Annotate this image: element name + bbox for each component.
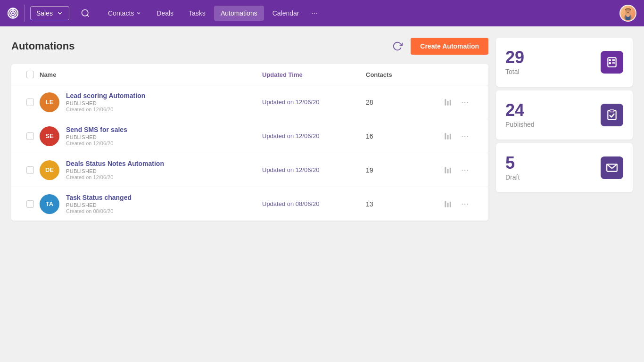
page-title: Automations [11, 40, 74, 52]
svg-point-31 [467, 169, 468, 170]
svg-point-24 [464, 135, 465, 136]
svg-rect-20 [445, 133, 446, 140]
envelope-icon [601, 156, 623, 179]
refresh-button[interactable] [390, 39, 405, 54]
svg-rect-26 [445, 167, 446, 173]
stat-number-total: 29 [505, 49, 524, 66]
stat-info-total: 29 Total [505, 49, 524, 75]
select-all-checkbox[interactable] [26, 71, 34, 78]
svg-point-0 [12, 12, 15, 15]
row-checkbox[interactable] [26, 99, 34, 106]
stat-label-draft: Draft [505, 173, 520, 181]
automation-name[interactable]: Task Status changed [66, 194, 132, 201]
table-row: TA Task Status changed PUBLISHED Created… [11, 187, 488, 221]
automation-avatar: LE [40, 92, 59, 112]
column-header-contacts: Contacts [366, 71, 441, 78]
automation-created: Created on 12/06/20 [66, 140, 127, 146]
svg-rect-46 [610, 110, 614, 112]
nav-tasks[interactable]: Tasks [182, 6, 212, 21]
row-name-cell: SE Send SMS for sales PUBLISHED Created … [40, 126, 262, 146]
row-actions [441, 197, 479, 211]
nav-automations[interactable]: Automations [214, 6, 264, 21]
more-options-icon[interactable] [458, 130, 471, 143]
table-row: SE Send SMS for sales PUBLISHED Created … [11, 119, 488, 153]
row-actions [441, 164, 479, 177]
automation-status: PUBLISHED [66, 134, 127, 140]
row-contacts-count: 13 [366, 200, 441, 208]
automation-info: Task Status changed PUBLISHED Created on… [66, 194, 132, 214]
svg-point-12 [627, 10, 627, 11]
svg-rect-16 [450, 99, 451, 105]
svg-rect-11 [626, 14, 630, 17]
automation-name[interactable]: Send SMS for sales [66, 126, 127, 133]
header-actions: Create Automation [390, 38, 488, 55]
more-options-icon[interactable] [458, 96, 471, 109]
check-clipboard-icon [601, 104, 623, 126]
automation-created: Created on 08/06/20 [66, 208, 132, 214]
svg-point-19 [467, 101, 468, 102]
svg-point-18 [464, 101, 465, 102]
svg-point-35 [462, 203, 463, 204]
more-options-icon[interactable] [458, 164, 471, 177]
automation-status: PUBLISHED [66, 168, 164, 174]
automation-created: Created on 12/06/20 [66, 107, 145, 112]
automations-table: Name Updated Time Contacts LE Lead scori… [11, 64, 488, 221]
stat-info-published: 24 Published [505, 102, 535, 128]
stat-card-total: 29 Total [496, 38, 633, 87]
automation-info: Send SMS for sales PUBLISHED Created on … [66, 126, 127, 146]
automation-info: Lead scoring Automation PUBLISHED Create… [66, 92, 145, 112]
automation-name[interactable]: Lead scoring Automation [66, 92, 145, 99]
stats-icon[interactable] [441, 96, 454, 109]
nav-more[interactable]: ··· [308, 5, 322, 21]
column-header-updated[interactable]: Updated Time [262, 71, 366, 78]
svg-rect-33 [447, 203, 449, 207]
svg-rect-38 [608, 58, 616, 67]
svg-rect-27 [447, 169, 449, 173]
left-panel: Automations Create Automation Name Up [11, 38, 488, 362]
svg-point-36 [464, 203, 465, 204]
row-actions [441, 96, 479, 109]
top-navigation: Sales Contacts Deals Tasks Automations C… [0, 0, 644, 26]
row-checkbox-cell [21, 99, 40, 106]
workspace-label: Sales [36, 9, 53, 17]
row-updated-time: Updated on 12/06/20 [262, 99, 366, 106]
more-options-icon[interactable] [458, 197, 471, 211]
search-button[interactable] [77, 5, 94, 22]
stat-label-total: Total [505, 68, 524, 75]
row-contacts-count: 19 [366, 166, 441, 174]
row-checkbox[interactable] [26, 200, 34, 208]
svg-point-23 [462, 135, 463, 136]
row-checkbox[interactable] [26, 132, 34, 140]
svg-rect-32 [445, 201, 446, 207]
row-checkbox-cell [21, 132, 40, 140]
automation-avatar: TA [40, 194, 59, 214]
automation-info: Deals Status Notes Automation PUBLISHED … [66, 160, 164, 180]
stats-icon[interactable] [441, 164, 454, 177]
avatar[interactable] [619, 5, 636, 22]
svg-point-37 [467, 203, 468, 204]
nav-calendar[interactable]: Calendar [266, 6, 306, 21]
nav-deals[interactable]: Deals [150, 6, 180, 21]
create-automation-button[interactable]: Create Automation [411, 38, 488, 55]
right-panel: 29 Total 24 Published [496, 38, 633, 362]
column-header-name: Name [40, 71, 262, 78]
row-name-cell: LE Lead scoring Automation PUBLISHED Cre… [40, 92, 262, 112]
row-name-cell: DE Deals Status Notes Automation PUBLISH… [40, 160, 262, 180]
row-name-cell: TA Task Status changed PUBLISHED Created… [40, 194, 262, 214]
row-actions [441, 130, 479, 143]
automation-created: Created on 12/06/20 [66, 174, 164, 180]
workspace-selector[interactable]: Sales [30, 6, 69, 20]
main-nav: Contacts Deals Tasks Automations Calenda… [101, 5, 616, 21]
row-checkbox-cell [21, 200, 40, 208]
row-checkbox[interactable] [26, 166, 34, 174]
nav-contacts[interactable]: Contacts [101, 6, 148, 21]
svg-point-29 [462, 169, 463, 170]
automation-name[interactable]: Deals Status Notes Automation [66, 160, 164, 167]
svg-point-5 [82, 10, 88, 16]
svg-point-17 [462, 101, 463, 102]
stats-icon[interactable] [441, 130, 454, 143]
stats-icon[interactable] [441, 197, 454, 211]
svg-rect-14 [445, 99, 446, 106]
row-contacts-count: 16 [366, 132, 441, 140]
automation-avatar: DE [40, 160, 59, 180]
